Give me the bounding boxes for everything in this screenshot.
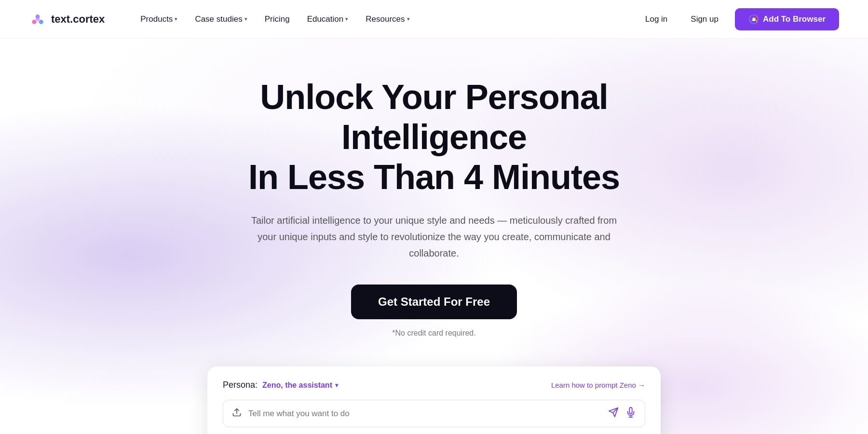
navbar: text.cortex Products ▾ Case studies ▾ Pr… [0,0,868,39]
hero-title: Unlock Your Personal Intelligence In Les… [193,77,675,197]
nav-education[interactable]: Education ▾ [300,11,355,28]
nav-case-studies[interactable]: Case studies ▾ [188,11,254,28]
login-button[interactable]: Log in [638,11,674,28]
hero-section: Unlock Your Personal Intelligence In Les… [0,39,868,434]
persona-chevron-icon: ▾ [335,382,338,389]
nav-links: Products ▾ Case studies ▾ Pricing Educat… [134,11,638,28]
nav-products[interactable]: Products ▾ [134,11,184,28]
logo-icon [29,11,46,28]
hero-note: *No credit card required. [392,329,475,338]
nav-right: Log in Sign up Add To Browser [638,8,839,30]
demo-card-inner: Persona: Zeno, the assistant ▾ Learn how… [207,366,661,434]
products-chevron-icon: ▾ [175,16,177,22]
upload-small-icon[interactable] [232,407,242,420]
hero-subtitle: Tailor artificial intelligence to your u… [241,212,627,261]
brand-name: text.cortex [51,13,105,26]
nav-resources[interactable]: Resources ▾ [359,11,416,28]
hero-content: Unlock Your Personal Intelligence In Les… [193,77,675,434]
resources-chevron-icon: ▾ [407,16,410,22]
education-chevron-icon: ▾ [345,16,348,22]
chrome-icon [748,14,759,25]
case-studies-chevron-icon: ▾ [244,16,247,22]
persona-area: Persona: Zeno, the assistant ▾ [223,380,338,390]
persona-row: Persona: Zeno, the assistant ▾ Learn how… [223,380,645,390]
signup-button[interactable]: Sign up [684,11,725,28]
logo[interactable]: text.cortex [29,11,105,28]
demo-card: Persona: Zeno, the assistant ▾ Learn how… [207,366,661,434]
input-row [223,400,645,427]
learn-prompt-link[interactable]: Learn how to prompt Zeno → [551,381,645,389]
persona-label: Persona: [223,380,258,390]
nav-pricing[interactable]: Pricing [258,11,297,28]
microphone-icon[interactable] [625,407,636,420]
persona-selector[interactable]: Zeno, the assistant ▾ [262,381,338,390]
send-icon[interactable] [608,407,619,420]
add-to-browser-button[interactable]: Add To Browser [735,8,839,30]
get-started-button[interactable]: Get Started For Free [351,285,517,319]
chat-input[interactable] [248,409,601,419]
